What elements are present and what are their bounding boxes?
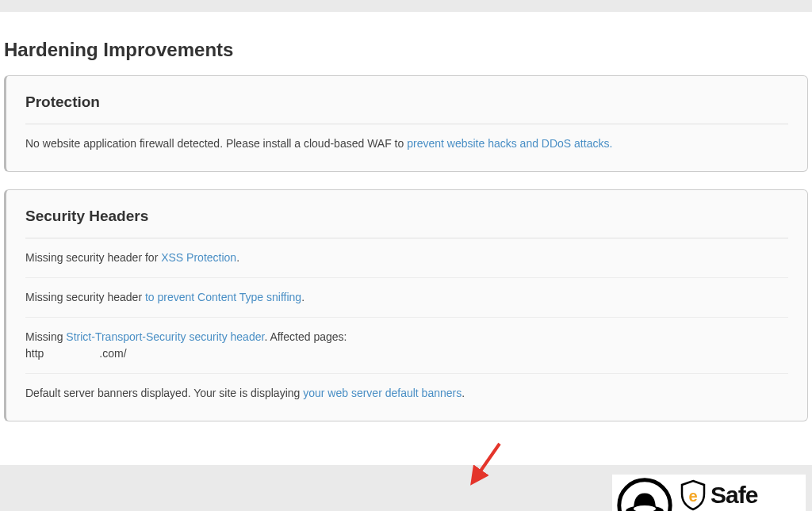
xss-protection-link[interactable]: XSS Protection <box>161 251 236 264</box>
server-banners-row: Default server banners displayed. Your s… <box>25 374 788 413</box>
server-banners-link[interactable]: your web server default banners <box>303 387 462 399</box>
xss-row: Missing security header for XSS Protecti… <box>25 238 788 278</box>
safety-badge[interactable]: SAFE e Safe 白帽資安網 <box>612 475 806 511</box>
banners-prefix: Default server banners displayed. Your s… <box>25 387 303 399</box>
security-headers-card: Security Headers Missing security header… <box>4 189 808 421</box>
banners-suffix: . <box>462 387 465 399</box>
waf-link[interactable]: prevent website hacks and DDoS attacks. <box>407 137 612 150</box>
security-headers-title: Security Headers <box>25 208 788 238</box>
hsts-suffix: . Affected pages: <box>264 330 347 343</box>
shield-icon: e <box>677 479 709 511</box>
protection-card-title: Protection <box>25 93 788 124</box>
svg-text:e: e <box>688 487 697 505</box>
protection-text: No website application firewall detected… <box>25 137 407 150</box>
hsts-prefix: Missing <box>25 330 66 343</box>
esafe-brand-text: Safe <box>710 482 757 509</box>
svg-line-1 <box>476 444 500 478</box>
content-type-sniffing-link[interactable]: to prevent Content Type sniffing <box>145 291 301 303</box>
affected-url-prefix: http <box>25 347 44 360</box>
hsts-link[interactable]: Strict-Transport-Security security heade… <box>66 330 264 343</box>
main-content: Hardening Improvements Protection No web… <box>0 12 812 421</box>
esafe-logo: e Safe <box>677 479 801 511</box>
protection-row: No website application firewall detected… <box>25 124 788 163</box>
hsts-row: Missing Strict-Transport-Security securi… <box>25 318 788 374</box>
arrow-icon <box>468 440 508 487</box>
ct-suffix: . <box>301 291 304 303</box>
xss-prefix: Missing security header for <box>25 251 161 264</box>
protection-card: Protection No website application firewa… <box>4 75 808 172</box>
esafe-brand-block: e Safe 白帽資安網 <box>677 479 801 512</box>
ct-prefix: Missing security header <box>25 291 145 303</box>
affected-url-suffix: .com/ <box>99 347 126 360</box>
safe-hat-icon: SAFE <box>617 478 672 511</box>
page-title: Hardening Improvements <box>4 12 808 75</box>
footer: Scanned 33 minutes ago. Force a Re-scan … <box>0 465 812 511</box>
top-bar <box>0 0 812 12</box>
content-type-row: Missing security header to prevent Conte… <box>25 278 788 318</box>
xss-suffix: . <box>236 251 239 264</box>
